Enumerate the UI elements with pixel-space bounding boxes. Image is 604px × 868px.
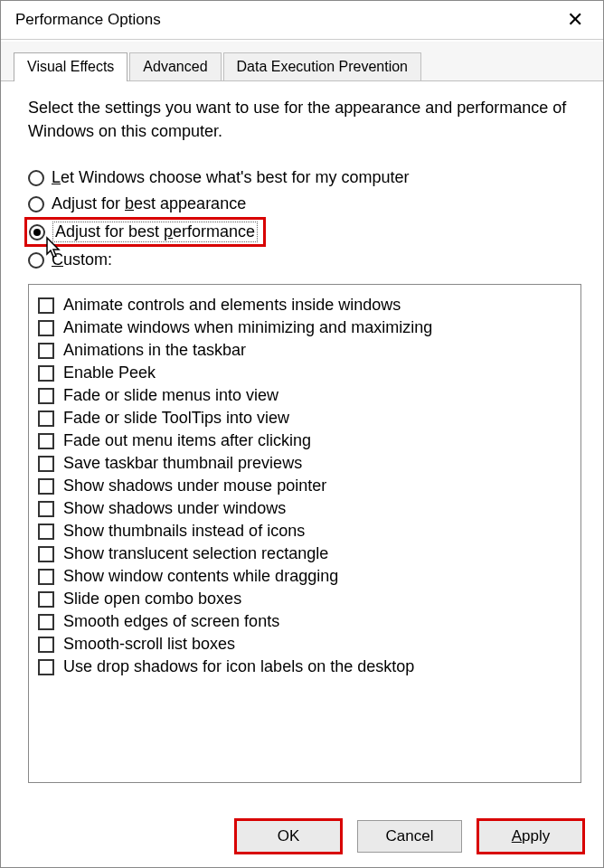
radio-label: Adjust for best appearance xyxy=(52,194,246,213)
tab-advanced[interactable]: Advanced xyxy=(129,52,221,80)
tab-dep[interactable]: Data Execution Prevention xyxy=(223,52,421,80)
checkbox-icon xyxy=(38,433,54,449)
checkbox-row[interactable]: Enable Peek xyxy=(38,362,571,384)
radio-custom[interactable]: Custom: xyxy=(28,247,581,273)
checkbox-icon xyxy=(38,365,54,382)
settings-radio-group: Let Windows choose what's best for my co… xyxy=(28,165,581,273)
window-title: Performance Options xyxy=(15,11,161,29)
checkbox-row[interactable]: Animate controls and elements inside win… xyxy=(38,294,571,316)
checkbox-icon xyxy=(38,320,54,336)
checkbox-label: Enable Peek xyxy=(63,363,156,382)
checkbox-label: Fade out menu items after clicking xyxy=(63,431,311,450)
radio-icon xyxy=(29,224,45,241)
radio-icon xyxy=(28,170,44,186)
checkbox-row[interactable]: Smooth-scroll list boxes xyxy=(38,633,571,656)
titlebar: Performance Options ✕ xyxy=(1,1,603,40)
checkbox-icon xyxy=(38,524,54,540)
checkbox-icon xyxy=(38,343,54,359)
checkbox-row[interactable]: Show shadows under mouse pointer xyxy=(38,475,571,497)
checkbox-row[interactable]: Save taskbar thumbnail previews xyxy=(38,452,571,475)
checkbox-icon xyxy=(38,591,54,608)
checkbox-label: Show translucent selection rectangle xyxy=(63,544,328,563)
radio-label: Adjust for best performance xyxy=(52,222,258,242)
checkbox-icon xyxy=(38,659,54,675)
checkbox-row[interactable]: Slide open combo boxes xyxy=(38,588,571,610)
checkbox-row[interactable]: Animate windows when minimizing and maxi… xyxy=(38,316,571,339)
visual-effects-panel: Select the settings you want to use for … xyxy=(1,80,603,811)
checkbox-icon xyxy=(38,637,54,653)
checkbox-row[interactable]: Show shadows under windows xyxy=(38,497,571,520)
effects-checkbox-list: Animate controls and elements inside win… xyxy=(28,284,581,783)
checkbox-row[interactable]: Use drop shadows for icon labels on the … xyxy=(38,656,571,678)
checkbox-icon xyxy=(38,478,54,495)
checkbox-label: Show shadows under windows xyxy=(63,499,286,518)
checkbox-label: Smooth edges of screen fonts xyxy=(63,612,279,631)
checkbox-row[interactable]: Show translucent selection rectangle xyxy=(38,542,571,565)
checkbox-row[interactable]: Fade out menu items after clicking xyxy=(38,429,571,452)
checkbox-row[interactable]: Fade or slide ToolTips into view xyxy=(38,407,571,429)
checkbox-row[interactable]: Fade or slide menus into view xyxy=(38,384,571,407)
checkbox-icon xyxy=(38,388,54,404)
radio-best-appearance[interactable]: Adjust for best appearance xyxy=(28,191,581,217)
checkbox-icon xyxy=(38,456,54,472)
checkbox-label: Animations in the taskbar xyxy=(63,341,246,360)
radio-label: Custom: xyxy=(52,250,112,269)
checkbox-label: Save taskbar thumbnail previews xyxy=(63,454,302,473)
ok-button[interactable]: OK xyxy=(236,820,341,853)
checkbox-icon xyxy=(38,546,54,562)
radio-icon xyxy=(28,252,44,269)
checkbox-label: Animate windows when minimizing and maxi… xyxy=(63,318,432,337)
dialog-buttons: OK Cancel Apply xyxy=(236,820,583,853)
checkbox-icon xyxy=(38,569,54,585)
performance-options-dialog: Performance Options ✕ Visual Effects Adv… xyxy=(0,0,604,868)
checkbox-label: Smooth-scroll list boxes xyxy=(63,635,235,654)
checkbox-icon xyxy=(38,297,54,314)
checkbox-row[interactable]: Show window contents while dragging xyxy=(38,565,571,588)
checkbox-label: Show shadows under mouse pointer xyxy=(63,476,326,495)
checkbox-icon xyxy=(38,501,54,517)
checkbox-row[interactable]: Smooth edges of screen fonts xyxy=(38,610,571,633)
radio-icon xyxy=(28,196,44,212)
intro-text: Select the settings you want to use for … xyxy=(28,96,581,143)
radio-best-performance[interactable]: Adjust for best performance xyxy=(28,217,581,247)
tab-strip: Visual Effects Advanced Data Execution P… xyxy=(1,42,603,80)
checkbox-row[interactable]: Animations in the taskbar xyxy=(38,339,571,362)
checkbox-label: Fade or slide menus into view xyxy=(63,386,278,405)
tab-visual-effects[interactable]: Visual Effects xyxy=(14,52,127,81)
checkbox-icon xyxy=(38,410,54,427)
checkbox-icon xyxy=(38,614,54,630)
checkbox-label: Animate controls and elements inside win… xyxy=(63,296,401,315)
close-button[interactable]: ✕ xyxy=(560,8,590,32)
checkbox-label: Fade or slide ToolTips into view xyxy=(63,409,289,428)
checkbox-label: Show thumbnails instead of icons xyxy=(63,522,305,541)
radio-let-windows[interactable]: Let Windows choose what's best for my co… xyxy=(28,165,581,191)
radio-label: Let Windows choose what's best for my co… xyxy=(52,168,410,187)
checkbox-label: Show window contents while dragging xyxy=(63,567,338,586)
apply-button[interactable]: Apply xyxy=(478,820,583,853)
checkbox-row[interactable]: Show thumbnails instead of icons xyxy=(38,520,571,542)
cancel-button[interactable]: Cancel xyxy=(357,820,462,853)
checkbox-label: Use drop shadows for icon labels on the … xyxy=(63,657,414,676)
checkbox-label: Slide open combo boxes xyxy=(63,590,241,609)
highlight-box: Adjust for best performance xyxy=(24,217,266,247)
